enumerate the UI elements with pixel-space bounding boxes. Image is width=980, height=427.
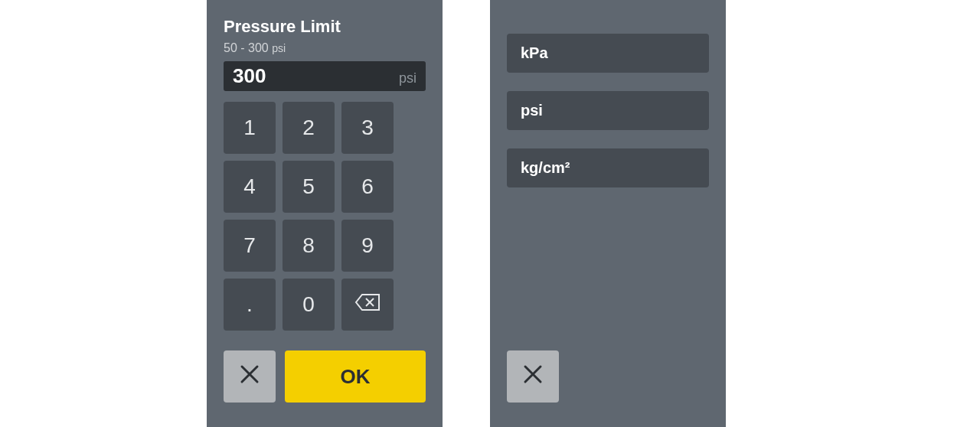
unit-option-kgcm2[interactable]: kg/cm² xyxy=(507,148,709,187)
value-number: 300 xyxy=(233,66,266,86)
key-1[interactable]: 1 xyxy=(224,102,276,154)
range-unit: psi xyxy=(272,42,286,54)
unit-list: kPa psi kg/cm² xyxy=(490,0,726,187)
key-5[interactable]: 5 xyxy=(283,161,335,213)
key-2[interactable]: 2 xyxy=(283,102,335,154)
backspace-icon xyxy=(354,292,381,317)
key-0[interactable]: 0 xyxy=(283,279,335,331)
close-icon xyxy=(240,364,260,390)
key-decimal[interactable]: . xyxy=(224,279,276,331)
key-4[interactable]: 4 xyxy=(224,161,276,213)
key-backspace[interactable] xyxy=(341,279,394,331)
unit-option-psi[interactable]: psi xyxy=(507,91,709,130)
cancel-button[interactable] xyxy=(507,350,559,403)
unit-option-kpa[interactable]: kPa xyxy=(507,34,709,73)
ok-button[interactable]: OK xyxy=(285,350,426,403)
cancel-button[interactable] xyxy=(224,350,276,403)
value-field[interactable]: 300 psi xyxy=(224,61,426,91)
pressure-limit-panel: Pressure Limit 50 - 300 psi 300 psi 1 2 … xyxy=(207,0,443,427)
key-9[interactable]: 9 xyxy=(341,220,394,272)
key-8[interactable]: 8 xyxy=(283,220,335,272)
close-icon xyxy=(523,364,543,390)
range-text: 50 - 300 xyxy=(224,41,269,54)
footer xyxy=(490,350,726,427)
header: Pressure Limit 50 - 300 psi 300 psi xyxy=(207,0,443,102)
footer: OK xyxy=(207,350,443,427)
value-unit: psi xyxy=(399,70,416,86)
keypad: 1 2 3 4 5 6 7 8 9 . 0 xyxy=(207,102,443,331)
key-6[interactable]: 6 xyxy=(341,161,394,213)
key-7[interactable]: 7 xyxy=(224,220,276,272)
range-label: 50 - 300 psi xyxy=(224,41,426,55)
page-title: Pressure Limit xyxy=(224,17,426,37)
unit-select-panel: kPa psi kg/cm² xyxy=(490,0,726,427)
key-3[interactable]: 3 xyxy=(341,102,394,154)
